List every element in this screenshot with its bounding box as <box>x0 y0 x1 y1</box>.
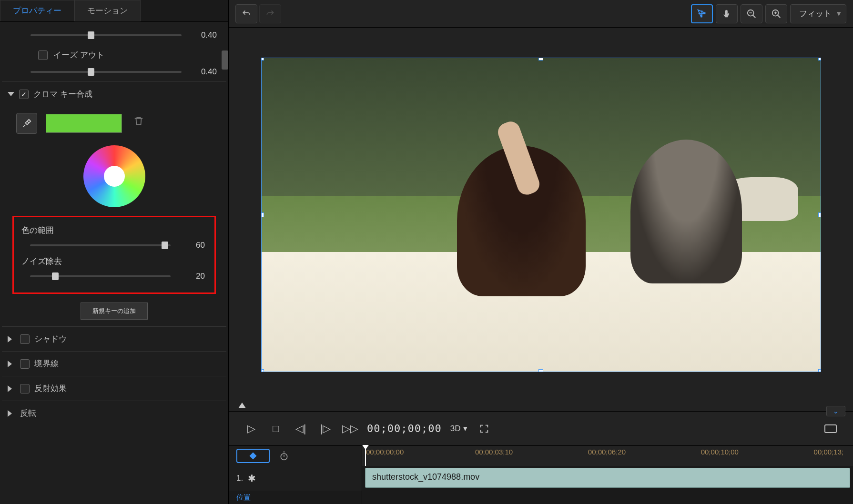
chevron-right-icon <box>8 336 15 343</box>
zoom-in-icon <box>771 9 782 19</box>
pre-ease-slider[interactable] <box>30 34 182 36</box>
ease-out-checkbox[interactable] <box>38 50 48 60</box>
reflection-label: 反射効果 <box>34 383 67 394</box>
preview-area <box>229 28 853 411</box>
zoom-fit-dropdown[interactable]: フィット <box>790 4 846 23</box>
ruler-mark: 00;00;00;00 <box>366 448 404 456</box>
flip-section[interactable]: 反転 <box>2 401 226 425</box>
denoise-value: 20 <box>176 272 205 281</box>
timeline-ruler[interactable]: 00;00;00;00 00;00;03;10 00;00;06;20 00;0… <box>362 446 853 466</box>
resize-handle[interactable] <box>261 58 264 60</box>
highlighted-controls: 色の範囲 60 ノイズ除去 20 <box>12 216 216 294</box>
3d-dropdown[interactable]: 3D▾ <box>450 423 468 433</box>
ease-out-value: 0.40 <box>188 67 217 77</box>
color-range-slider-row: 60 <box>15 238 213 253</box>
preview-toolbar: フィット <box>229 0 853 28</box>
chevron-right-icon <box>8 385 15 392</box>
fullscreen-icon <box>479 423 489 434</box>
ruler-mark: 00;00;06;20 <box>588 448 626 456</box>
color-wheel[interactable] <box>83 145 145 207</box>
ease-out-row: イーズ アウト <box>2 45 226 62</box>
color-range-label: 色の範囲 <box>15 222 213 238</box>
chroma-section-header[interactable]: クロマ キー合成 <box>2 81 226 106</box>
tab-motion[interactable]: モーション <box>74 0 141 21</box>
chevron-down-icon <box>8 92 14 96</box>
ruler-mark: 00;00;03;10 <box>475 448 513 456</box>
track-header[interactable]: 1. ✱ <box>229 466 362 491</box>
timeline: 00;00;00;00 00;00;03;10 00;00;06;20 00;0… <box>229 445 853 504</box>
reflection-checkbox[interactable] <box>20 384 30 393</box>
denoise-label: ノイズ除去 <box>15 253 213 269</box>
timecode-display[interactable]: 00;00;00;00 <box>367 423 442 434</box>
ruler-mark: 00;00;13; <box>814 448 844 456</box>
prev-frame-button[interactable]: ◁| <box>293 421 309 437</box>
chroma-tools <box>2 106 226 141</box>
snowflake-icon: ✱ <box>248 473 256 484</box>
chroma-color-swatch[interactable] <box>46 114 122 133</box>
chevron-right-icon <box>8 361 15 367</box>
display-mode-button[interactable] <box>823 421 839 437</box>
play-button[interactable]: ▷ <box>243 421 259 437</box>
scrollbar-thumb[interactable] <box>222 50 228 70</box>
ease-out-slider[interactable] <box>30 71 182 73</box>
timeline-subrow: 位置 <box>229 491 853 504</box>
position-row-label[interactable]: 位置 <box>229 491 362 504</box>
add-key-button[interactable]: 新規キーの追加 <box>81 302 148 320</box>
border-section[interactable]: 境界線 <box>2 351 226 376</box>
preview-frame[interactable] <box>261 58 821 372</box>
chroma-enable-checkbox[interactable] <box>19 90 29 99</box>
fullscreen-button[interactable] <box>476 421 492 437</box>
resize-handle[interactable] <box>261 369 264 372</box>
resize-handle[interactable] <box>818 369 821 372</box>
collapse-toggle[interactable]: ⌄ <box>826 406 845 416</box>
position-lane[interactable] <box>362 491 853 504</box>
zoom-out-button[interactable] <box>741 4 762 23</box>
flip-label: 反転 <box>20 408 36 419</box>
panel-tabs: プロパティー モーション <box>0 0 228 22</box>
zoom-out-icon <box>746 9 757 19</box>
ease-out-label: イーズ アウト <box>53 50 104 60</box>
stopwatch-icon[interactable] <box>279 451 289 461</box>
resize-handle[interactable] <box>261 212 264 217</box>
denoise-slider-row: 20 <box>15 269 213 284</box>
eyedropper-button[interactable] <box>16 113 37 134</box>
keyframe-icon <box>249 452 257 460</box>
stop-button[interactable]: □ <box>268 421 284 437</box>
right-panel: フィット ⌄ ▷ □ ◁| |▷ ▷▷ 00;00;00;00 3D▾ <box>229 0 853 504</box>
resize-handle[interactable] <box>818 58 821 60</box>
undo-button[interactable] <box>235 4 257 23</box>
denoise-slider[interactable] <box>30 275 171 277</box>
track-lane[interactable]: shutterstock_v1074988.mov <box>362 466 853 491</box>
move-tool-button[interactable] <box>691 4 713 23</box>
border-label: 境界線 <box>34 358 59 369</box>
reflection-section[interactable]: 反射効果 <box>2 376 226 401</box>
redo-icon <box>265 9 275 19</box>
resize-handle[interactable] <box>818 212 821 217</box>
timeline-track-row: 1. ✱ shutterstock_v1074988.mov <box>229 466 853 491</box>
keyframe-toggle[interactable] <box>236 449 270 463</box>
hand-tool-button[interactable] <box>716 4 738 23</box>
hand-icon <box>721 9 732 19</box>
color-wheel-container <box>2 141 226 216</box>
move-icon <box>697 9 707 19</box>
fast-forward-button[interactable]: ▷▷ <box>342 421 358 437</box>
color-range-value: 60 <box>176 241 205 250</box>
undo-icon <box>242 9 251 19</box>
shadow-checkbox[interactable] <box>20 334 30 344</box>
shadow-section[interactable]: シャドウ <box>2 326 226 351</box>
redo-button[interactable] <box>259 4 281 23</box>
color-range-slider[interactable] <box>30 244 171 246</box>
tab-properties[interactable]: プロパティー <box>0 0 74 21</box>
ruler-mark: 00;00;10;00 <box>701 448 739 456</box>
trash-icon <box>133 115 144 127</box>
chevron-right-icon <box>8 410 15 417</box>
video-clip[interactable]: shutterstock_v1074988.mov <box>365 468 850 488</box>
next-frame-button[interactable]: |▷ <box>317 421 334 437</box>
display-icon <box>824 424 837 433</box>
resize-handle[interactable] <box>538 58 543 60</box>
delete-key-button[interactable] <box>131 115 147 131</box>
border-checkbox[interactable] <box>20 359 30 369</box>
resize-handle[interactable] <box>538 369 543 372</box>
zoom-in-button[interactable] <box>765 4 787 23</box>
chroma-title: クロマ キー合成 <box>33 89 92 100</box>
